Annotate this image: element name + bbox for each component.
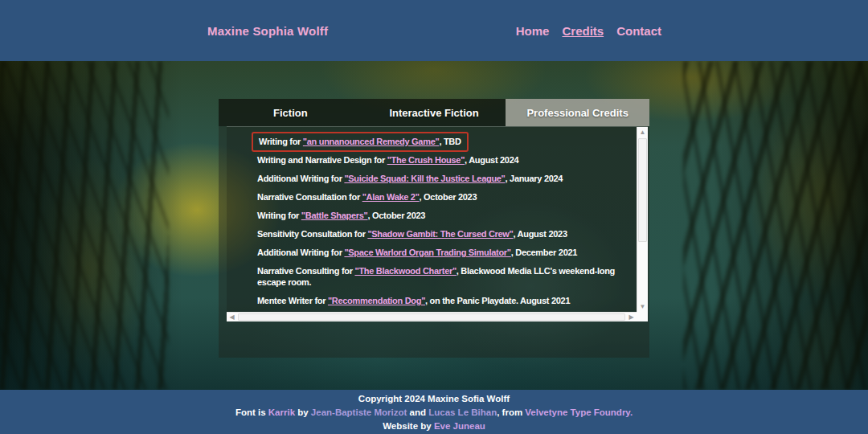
credits-list: Writing for "an unnanounced Remedy Game"… — [227, 127, 637, 312]
tab-bar: FictionInteractive FictionProfessional C… — [219, 99, 649, 126]
credit-suffix: , August 2023 — [514, 229, 567, 239]
credit-link[interactable]: "The Crush House" — [387, 155, 465, 165]
site-header: Maxine Sophia Wolff HomeCreditsContact — [0, 0, 868, 61]
credit-item: Additional Writing for "Suicide Squad: K… — [252, 173, 617, 184]
horizontal-scrollbar[interactable]: ◀ ▶ — [227, 312, 637, 321]
scroll-right-icon[interactable]: ▶ — [626, 313, 637, 321]
credit-link[interactable]: "Recommendation Dog" — [328, 296, 425, 305]
credit-link[interactable]: "Space Warlord Organ Trading Simulator" — [344, 248, 510, 257]
nav-link-home[interactable]: Home — [516, 24, 550, 38]
credit-link[interactable]: "The Blackwood Charter" — [354, 266, 456, 276]
footer-link-jean-baptiste-morizot[interactable]: Jean-Baptiste Morizot — [311, 407, 407, 417]
credit-item: Writing for "Battle Shapers", October 20… — [252, 210, 617, 221]
horizontal-scroll-thumb[interactable] — [238, 313, 625, 321]
credit-prefix: Writing and Narrative Design for — [257, 155, 387, 165]
credit-prefix: Narrative Consulting for — [257, 266, 354, 276]
credit-item: Mentee Writer for "Recommendation Dog", … — [252, 295, 617, 306]
credit-item: Sensitivity Consultation for "Shadow Gam… — [252, 228, 617, 240]
scroll-up-icon[interactable]: ▲ — [637, 127, 648, 137]
credit-suffix: , TBD — [439, 137, 461, 146]
credit-suffix: , on the Panic Playdate. August 2021 — [425, 296, 570, 305]
site-footer: Copyright 2024 Maxine Sofia Wolff Font i… — [0, 390, 868, 434]
nav-link-credits[interactable]: Credits — [562, 24, 604, 38]
footer-link-karrik[interactable]: Karrik — [268, 407, 295, 417]
footer-link-lucas-le-bihan[interactable]: Lucas Le Bihan — [428, 407, 497, 417]
footer-text: by — [295, 407, 311, 417]
footer-link-eve-juneau[interactable]: Eve Juneau — [434, 421, 485, 431]
site-title[interactable]: Maxine Sophia Wolff — [207, 24, 328, 38]
copyright-line: Copyright 2024 Maxine Sofia Wolff — [358, 393, 510, 404]
credit-suffix: , October 2023 — [368, 211, 426, 220]
credit-prefix: Additional Writing for — [257, 174, 344, 183]
kelp-strands-right — [683, 61, 868, 390]
tab-fiction[interactable]: Fiction — [219, 99, 362, 126]
credit-suffix: , January 2024 — [506, 174, 563, 183]
nav-link-contact[interactable]: Contact — [616, 24, 661, 38]
footer-text: Website by — [383, 421, 434, 431]
credit-item: Narrative Consultation for "Alan Wake 2"… — [252, 191, 617, 203]
footer-text: Font is — [235, 407, 268, 417]
footer-text: , from — [497, 407, 525, 417]
kelp-background-photo: FictionInteractive FictionProfessional C… — [0, 61, 868, 390]
footer-link-velvetyne-type-foundry[interactable]: Velvetyne Type Foundry. — [525, 407, 633, 417]
credit-suffix: , August 2024 — [465, 155, 518, 165]
credit-link[interactable]: "Alan Wake 2" — [362, 192, 420, 202]
vertical-scrollbar[interactable]: ▲ ▼ — [637, 127, 648, 312]
credit-prefix: Additional Writing for — [257, 248, 344, 257]
credit-item: Writing for "an unnanounced Remedy Game"… — [252, 132, 617, 152]
credits-panel: FictionInteractive FictionProfessional C… — [219, 99, 649, 358]
credit-prefix: Writing for — [259, 137, 303, 146]
credit-item: Additional Writing for "Space Warlord Or… — [252, 247, 617, 258]
credit-prefix: Sensitivity Consultation for — [257, 229, 367, 239]
credit-item: Narrative Consulting for "The Blackwood … — [252, 265, 617, 288]
annotation-highlight-box: Writing for "an unnanounced Remedy Game"… — [252, 132, 469, 152]
font-credit-line: Font is Karrik by Jean-Baptiste Morizot … — [235, 407, 633, 418]
credit-prefix: Writing for — [257, 211, 301, 220]
kelp-strands-left — [0, 61, 169, 390]
tab-interactive-fiction[interactable]: Interactive Fiction — [362, 99, 506, 126]
vertical-scroll-thumb[interactable] — [638, 138, 647, 242]
credit-link[interactable]: "Suicide Squad: Kill the Justice League" — [344, 174, 505, 183]
tab-professional-credits[interactable]: Professional Credits — [506, 99, 649, 126]
credit-prefix: Narrative Consultation for — [257, 192, 362, 202]
website-credit-line: Website by Eve Juneau — [383, 420, 485, 432]
credit-prefix: Mentee Writer for — [257, 296, 328, 305]
footer-text: and — [407, 407, 428, 417]
credit-suffix: , October 2023 — [420, 192, 477, 202]
scrollbar-corner — [637, 312, 648, 321]
credit-link[interactable]: "Battle Shapers" — [301, 211, 368, 220]
scroll-down-icon[interactable]: ▼ — [637, 301, 648, 312]
credit-suffix: , December 2021 — [511, 248, 577, 257]
credit-item: Writing and Narrative Design for "The Cr… — [252, 154, 617, 166]
credit-link[interactable]: "an unnanounced Remedy Game" — [303, 137, 440, 146]
credits-scroll-area[interactable]: Writing for "an unnanounced Remedy Game"… — [227, 126, 648, 321]
credit-link[interactable]: "Shadow Gambit: The Cursed Crew" — [367, 229, 513, 239]
main-nav: HomeCreditsContact — [516, 24, 661, 38]
scroll-left-icon[interactable]: ◀ — [227, 313, 237, 321]
